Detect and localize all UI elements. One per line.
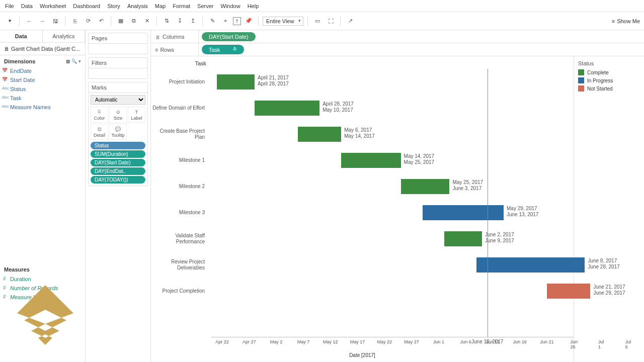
marks-pill-1[interactable]: SUM(Duration) (91, 150, 145, 158)
menu-dashboard[interactable]: Dashboard (73, 3, 100, 9)
rows-pill[interactable]: Task≛ (202, 45, 244, 54)
task-label: Review Project Deliverables (151, 259, 209, 271)
gantt-bar[interactable] (298, 127, 341, 142)
share-icon[interactable]: ↗ (345, 16, 356, 27)
gantt-bar[interactable] (547, 284, 590, 299)
menu-file[interactable]: File (5, 3, 14, 9)
task-label: Validate Staff Performance (151, 233, 209, 245)
menu-help[interactable]: Help (248, 3, 259, 9)
columns-pill[interactable]: DAY(Start Date) (202, 32, 256, 41)
marks-tooltip[interactable]: 💬Tooltip (109, 124, 127, 140)
menu-map[interactable]: Map (155, 3, 166, 9)
logo-icon (10, 282, 80, 352)
gantt-row-7: Review Project DeliverablesJune 8, 2017J… (211, 252, 574, 278)
gantt-chart[interactable]: Task Project InitiationApril 21, 2017Apr… (151, 56, 574, 362)
toolbar: ✦ ← → 🖫 ⎘ ⟳ ↶ ▦ ⧉ ✕ ⇅ ↧ ↥ ✎ ⌖ T 📌 Entire… (0, 12, 644, 30)
marks-label[interactable]: TLabel (128, 107, 145, 123)
gantt-bar[interactable] (476, 257, 585, 273)
cards-icon[interactable]: ▭ (312, 16, 323, 27)
menu-story[interactable]: Story (107, 3, 120, 9)
forward-icon[interactable]: → (37, 16, 48, 27)
x-tick: Jun 6 (460, 339, 471, 344)
tab-analytics[interactable]: Analytics (43, 30, 86, 42)
sort-desc-icon[interactable]: ↥ (187, 16, 198, 27)
back-icon[interactable]: ← (24, 16, 35, 27)
gantt-bar[interactable] (217, 74, 255, 89)
bar-date-label: May 29, 2017June 13, 2017 (507, 206, 538, 218)
bar-date-label: June 21, 2017June 29, 2017 (593, 284, 625, 296)
menu-server[interactable]: Server (197, 3, 213, 9)
fit-select[interactable]: Entire View (263, 17, 303, 26)
columns-icon: ⫼ (155, 34, 160, 40)
menu-format[interactable]: Format (173, 3, 190, 9)
gantt-row-3: Milestone 1May 14, 2017May 25, 2017 (211, 147, 574, 173)
legend-item-in-progress[interactable]: In Progress (578, 76, 640, 84)
text-icon[interactable]: T (233, 17, 241, 25)
columns-shelf[interactable]: ⫼Columns DAY(Start Date) (151, 30, 644, 43)
group-icon[interactable]: ⌖ (220, 16, 231, 27)
gantt-bar[interactable] (255, 101, 319, 116)
marks-size[interactable]: ⊙Size (109, 107, 127, 123)
swap-icon[interactable]: ⇅ (161, 16, 172, 27)
tab-data[interactable]: Data (0, 30, 43, 42)
gantt-bar[interactable] (423, 205, 504, 220)
pages-card[interactable]: Pages (88, 33, 148, 54)
dimension-status[interactable]: Status (0, 84, 85, 94)
highlight-icon[interactable]: ✎ (207, 16, 218, 27)
marks-pill-2[interactable]: DAY(Start Date) (91, 159, 145, 166)
menu-window[interactable]: Window (221, 3, 240, 9)
presentation-icon[interactable]: ⛶ (325, 16, 336, 27)
gantt-bar[interactable] (341, 153, 400, 168)
rows-icon: ≡ (155, 47, 158, 53)
rows-shelf[interactable]: ≡Rows Task≛ (151, 43, 644, 56)
clear-icon[interactable]: ✕ (141, 16, 152, 27)
datasource-item[interactable]: 🗎 Gantt Chart Data (Gantt C... (0, 43, 85, 55)
duplicate-icon[interactable]: ⧉ (128, 16, 139, 27)
task-label: Project Completion (151, 288, 209, 294)
gantt-row-4: Milestone 2May 25, 2017June 3, 2017 (211, 173, 574, 200)
gantt-row-2: Create Base Project PlanMay 6, 2017May 1… (211, 121, 574, 147)
save-icon[interactable]: 🖫 (50, 16, 61, 27)
pin-icon[interactable]: 📌 (243, 16, 254, 27)
legend-title: Status (578, 60, 640, 66)
gantt-bar[interactable] (444, 231, 482, 246)
task-label: Milestone 2 (151, 184, 209, 190)
reference-line: June 10, 2017 (488, 69, 488, 337)
gantt-bar[interactable] (401, 179, 450, 194)
marks-type-select[interactable]: Automatic (91, 95, 145, 105)
x-axis: Apr 22Apr 27May 2May 7May 12May 17May 22… (211, 337, 574, 347)
bar-date-label: June 2, 2017June 9, 2017 (485, 232, 514, 244)
bar-date-label: May 14, 2017May 25, 2017 (404, 153, 435, 165)
dimension-start-date[interactable]: Start Date (0, 75, 85, 84)
marks-color[interactable]: ⠿Color (91, 107, 108, 123)
tableau-icon[interactable]: ✦ (4, 16, 15, 27)
gantt-row-0: Project InitiationApril 21, 2017April 28… (211, 69, 574, 95)
menu-worksheet[interactable]: Worksheet (40, 3, 66, 9)
legend-item-not-started[interactable]: Not Started (578, 84, 640, 93)
x-tick: May 12 (323, 339, 338, 344)
marks-pill-3[interactable]: DAY(EndDat.. (91, 167, 145, 175)
dimension-measure-names[interactable]: Measure Names (0, 103, 85, 112)
task-label: Create Base Project Plan (151, 128, 209, 140)
dimension-task[interactable]: Task (0, 94, 85, 103)
dimension-enddate[interactable]: EndDate (0, 66, 85, 75)
refresh-icon[interactable]: ⟳ (83, 16, 94, 27)
bar-date-label: May 6, 2017May 14, 2017 (344, 127, 375, 139)
new-datasource-icon[interactable]: ⎘ (69, 16, 80, 27)
new-worksheet-icon[interactable]: ▦ (115, 16, 126, 27)
bar-date-label: May 25, 2017June 3, 2017 (452, 179, 483, 192)
undo-icon[interactable]: ↶ (96, 16, 107, 27)
x-tick: May 17 (350, 339, 365, 344)
gantt-row-5: Milestone 3May 29, 2017June 13, 2017 (211, 200, 574, 226)
color-legend[interactable]: Status CompleteIn ProgressNot Started (574, 56, 644, 362)
legend-item-complete[interactable]: Complete (578, 68, 640, 76)
menu-data[interactable]: Data (21, 3, 33, 9)
filters-card[interactable]: Filters (88, 57, 148, 79)
marks-pill-0[interactable]: Status (91, 142, 145, 149)
sort-asc-icon[interactable]: ↧ (174, 16, 185, 27)
marks-detail[interactable]: ⊡Detail (91, 124, 108, 140)
task-label: Define Domain of Effort (151, 105, 209, 111)
marks-pill-4[interactable]: DAY(TODAY()) (91, 176, 145, 184)
show-me-button[interactable]: ≡ Show Me (612, 18, 640, 24)
menu-analysis[interactable]: Analysis (127, 3, 148, 9)
